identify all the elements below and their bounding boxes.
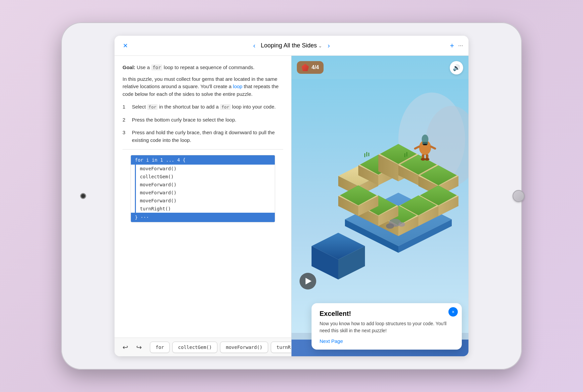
step-2-content: Press the bottom curly brace to select t… xyxy=(132,116,236,124)
app-window: ✕ ‹ Looping All the Sides ⌄ › + ··· xyxy=(115,36,468,356)
code-loop-header: for i in 1 ... 4 { xyxy=(131,155,275,165)
svg-point-60 xyxy=(398,222,405,227)
close-popup-button[interactable]: × xyxy=(448,307,458,317)
right-panel: 4/4 🔊 Excellent! Now you know how to add… xyxy=(292,56,468,356)
navigation-bar: ✕ ‹ Looping All the Sides ⌄ › + ··· xyxy=(115,36,468,56)
svg-rect-64 xyxy=(404,153,405,157)
chevron-down-icon: ⌄ xyxy=(318,43,322,48)
nav-actions: + ··· xyxy=(450,41,463,50)
snippet-for[interactable]: for xyxy=(150,342,170,353)
more-button[interactable]: ··· xyxy=(458,42,463,49)
step-1-number: 1 xyxy=(123,103,128,111)
nav-title-area: ‹ Looping All the Sides ⌄ › xyxy=(133,40,450,51)
device-frame: ✕ ‹ Looping All the Sides ⌄ › + ··· xyxy=(61,22,522,370)
gem-counter: 4/4 xyxy=(297,61,324,74)
nav-next-button[interactable]: › xyxy=(325,40,333,51)
for-code-2: for xyxy=(220,104,230,110)
step-3: 3 Press and hold the curly brace, then d… xyxy=(123,129,283,144)
step-1: 1 Select for in the shortcut bar to add … xyxy=(123,103,283,111)
success-popup: Excellent! Now you know how to add loop … xyxy=(312,303,462,350)
divider xyxy=(123,149,283,150)
code-line-4: moveForward() xyxy=(136,189,275,197)
code-line-2: collectGem() xyxy=(136,173,275,181)
gem-icon xyxy=(302,64,309,71)
camera-button xyxy=(81,194,85,198)
next-page-link[interactable]: Next Page xyxy=(320,338,343,344)
step-2-number: 2 xyxy=(123,116,128,124)
svg-rect-62 xyxy=(366,152,367,157)
sound-icon: 🔊 xyxy=(453,64,460,71)
loop-link[interactable]: loop xyxy=(233,83,242,89)
gem-count-label: 4/4 xyxy=(312,64,319,70)
play-button[interactable] xyxy=(300,273,316,289)
left-panel: Goal: Use a for loop to repeat a sequenc… xyxy=(115,56,292,356)
bottom-toolbar: ↩ ↪ for collectGem() moveForward() turnR… xyxy=(115,338,291,356)
play-icon xyxy=(306,278,312,284)
code-loop-close: } ··· xyxy=(131,213,275,222)
main-content: Goal: Use a for loop to repeat a sequenc… xyxy=(115,56,468,356)
svg-rect-50 xyxy=(423,144,427,145)
svg-rect-63 xyxy=(368,153,369,156)
code-body: moveForward() collectGem() moveForward()… xyxy=(135,165,275,213)
snippet-turnright[interactable]: turnRight() xyxy=(271,342,292,353)
add-button[interactable]: + xyxy=(450,41,454,50)
body-paragraph-1: In this puzzle, you must collect four ge… xyxy=(123,75,283,98)
svg-rect-61 xyxy=(364,153,365,157)
steps-list: 1 Select for in the shortcut bar to add … xyxy=(123,103,283,144)
success-title: Excellent! xyxy=(320,310,454,318)
success-body: Now you know how to add loop structures … xyxy=(320,320,454,334)
code-block[interactable]: for i in 1 ... 4 { moveForward() collect… xyxy=(131,155,275,222)
close-button[interactable]: ✕ xyxy=(120,40,131,51)
sound-button[interactable]: 🔊 xyxy=(450,61,463,74)
code-line-1: moveForward() xyxy=(136,165,275,173)
for-code-inline: for xyxy=(151,64,162,70)
snippet-collectgem[interactable]: collectGem() xyxy=(172,342,217,353)
code-line-3: moveForward() xyxy=(136,181,275,189)
snippet-moveforward[interactable]: moveForward() xyxy=(220,342,268,353)
step-2: 2 Press the bottom curly brace to select… xyxy=(123,116,283,124)
for-code-1: for xyxy=(147,104,158,110)
code-line-5: moveForward() xyxy=(136,197,275,205)
redo-button[interactable]: ↪ xyxy=(134,341,145,353)
undo-button[interactable]: ↩ xyxy=(120,341,131,353)
step-3-content: Press and hold the curly brace, then dra… xyxy=(132,129,283,144)
step-1-content: Select for in the shortcut bar to add a … xyxy=(132,103,276,111)
instructions-panel: Goal: Use a for loop to repeat a sequenc… xyxy=(115,56,291,338)
code-line-6: turnRight() xyxy=(136,205,275,213)
goal-paragraph: Goal: Use a for loop to repeat a sequenc… xyxy=(123,64,283,71)
page-title: Looping All the Sides ⌄ xyxy=(261,42,322,49)
step-3-number: 3 xyxy=(123,129,128,144)
svg-rect-65 xyxy=(406,152,407,157)
svg-point-54 xyxy=(425,158,429,161)
home-button[interactable] xyxy=(513,190,525,202)
nav-prev-button[interactable]: ‹ xyxy=(250,40,258,51)
close-icon: ✕ xyxy=(123,42,128,49)
svg-point-53 xyxy=(421,158,425,161)
goal-label: Goal: xyxy=(123,64,135,70)
svg-point-59 xyxy=(386,223,394,229)
